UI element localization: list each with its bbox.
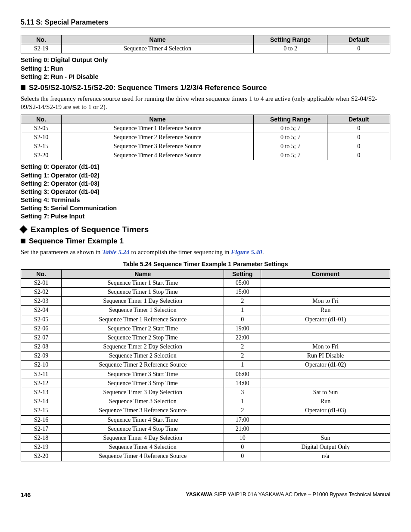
table-cell: 0 to 5; 7 <box>253 124 327 133</box>
table-cell: 1 <box>224 361 261 370</box>
table-cell: 0 to 5; 7 <box>253 133 327 142</box>
table-cell: Sequence Timer 2 Reference Source <box>62 133 254 142</box>
table-row: S2-17Sequence Timer 4 Stop Time21:00 <box>21 424 390 433</box>
table-cell: Run PI Disable <box>261 352 390 361</box>
param-table-3: No. Name Setting Comment S2-01Sequence T… <box>21 269 390 461</box>
table-row: S2-08Sequence Timer 2 Day Selection2Mon … <box>21 342 390 352</box>
setting-line: Setting 0: Operator (d1-01) <box>21 163 390 171</box>
table-cell: 0 <box>327 151 390 160</box>
table-cell: 0 to 5; 7 <box>253 151 327 160</box>
t2-h2: Setting Range <box>253 115 327 124</box>
settings-block-2: Setting 0: Operator (d1-01)Setting 1: Op… <box>21 163 390 220</box>
table-cell: 14:00 <box>224 379 261 388</box>
table-cell: 19:00 <box>224 324 261 333</box>
link-figure-540[interactable]: Figure 5.40 <box>231 249 262 255</box>
table-cell: Sequence Timer 4 Stop Time <box>62 424 224 433</box>
link-table-524[interactable]: Table 5.24 <box>102 249 130 255</box>
table-cell: S2-13 <box>21 388 62 397</box>
table-cell <box>261 415 390 424</box>
table-cell: Sequence Timer 1 Day Selection <box>62 297 224 306</box>
table-cell: S2-08 <box>21 342 62 352</box>
table-cell: S2-04 <box>21 306 62 315</box>
t1-h1: Name <box>62 35 254 44</box>
table-cell: 0 <box>327 142 390 151</box>
table-row: S2-18Sequence Timer 4 Day Selection10Sun <box>21 433 390 442</box>
setting-line: Setting 4: Terminals <box>21 196 390 204</box>
table-cell: Sequence Timer 4 Selection <box>62 443 224 452</box>
table-cell: n/a <box>261 452 390 461</box>
table-cell: S2-10 <box>21 361 62 370</box>
table-cell: 2 <box>224 406 261 415</box>
table-row: S2-05Sequence Timer 1 Reference Source0O… <box>21 315 390 324</box>
table-cell: S2-05 <box>21 315 62 324</box>
t1-h2: Setting Range <box>253 35 327 44</box>
heading-examples: Examples of Sequence Timers <box>21 224 390 235</box>
table-cell: S2-18 <box>21 433 62 442</box>
t3-h3: Comment <box>261 269 390 278</box>
t1-h0: No. <box>21 35 62 44</box>
table-cell: Sequence Timer 4 Selection <box>62 44 254 53</box>
table-cell: 0 to 5; 7 <box>253 142 327 151</box>
table-cell: Sequence Timer 4 Start Time <box>62 415 224 424</box>
table-cell: Operator (d1-02) <box>261 361 390 370</box>
table-cell: Sequence Timer 1 Reference Source <box>62 315 224 324</box>
t2-h0: No. <box>21 115 62 124</box>
table-row: S2-10Sequence Timer 2 Reference Source0 … <box>21 133 390 142</box>
table-cell: 0 <box>327 44 390 53</box>
table-cell: 0 <box>327 124 390 133</box>
table-cell: 0 <box>224 452 261 461</box>
square-bullet-icon <box>21 85 25 90</box>
table-cell: 22:00 <box>224 333 261 342</box>
heading-ref-source: S2-05/S2-10/S2-15/S2-20: Sequence Timers… <box>21 83 390 92</box>
table-cell: Sun <box>261 433 390 442</box>
table-cell: Sequence Timer 3 Start Time <box>62 370 224 379</box>
table-cell: Run <box>261 306 390 315</box>
table-cell: 0 to 2 <box>253 44 327 53</box>
table-row: S2-07Sequence Timer 2 Stop Time22:00 <box>21 333 390 342</box>
t3-h1: Name <box>62 269 224 278</box>
setting-line: Setting 2: Run - PI Disable <box>21 73 390 81</box>
square-bullet-icon <box>21 239 25 243</box>
heading-example1-text: Sequence Timer Example 1 <box>29 237 124 245</box>
heading-examples-text: Examples of Sequence Timers <box>31 225 149 234</box>
table-cell: Sequence Timer 2 Reference Source <box>62 361 224 370</box>
table-cell: Sequence Timer 2 Selection <box>62 352 224 361</box>
table-cell <box>261 278 390 287</box>
table-cell: Mon to Fri <box>261 342 390 352</box>
table-cell: S2-14 <box>21 397 62 406</box>
table-cell: Sequence Timer 1 Stop Time <box>62 287 224 296</box>
table-cell: Sequence Timer 1 Selection <box>62 306 224 315</box>
table-cell: Operator (d1-03) <box>261 406 390 415</box>
table-row: S2-16Sequence Timer 4 Start Time17:00 <box>21 415 390 424</box>
para-post: . <box>262 249 264 255</box>
table-cell: Sequence Timer 2 Day Selection <box>62 342 224 352</box>
table-cell <box>261 379 390 388</box>
param-table-1: No. Name Setting Range Default S2-19Sequ… <box>21 35 390 53</box>
table-row: S2-14Sequence Timer 3 Selection1Run <box>21 397 390 406</box>
table-row: S2-15Sequence Timer 3 Reference Source2O… <box>21 406 390 415</box>
table-cell: S2-15 <box>21 142 62 151</box>
table-row: S2-06Sequence Timer 2 Start Time19:00 <box>21 324 390 333</box>
table-row: S2-02Sequence Timer 1 Stop Time15:00 <box>21 287 390 296</box>
table-cell: Run <box>261 397 390 406</box>
table-cell: S2-16 <box>21 415 62 424</box>
para-example1: Set the parameters as shown in Table 5.2… <box>21 248 390 256</box>
table-cell: 1 <box>224 397 261 406</box>
table-cell: S2-10 <box>21 133 62 142</box>
table-cell: S2-03 <box>21 297 62 306</box>
table-cell: Sequence Timer 1 Reference Source <box>62 124 254 133</box>
table-cell: 1 <box>224 306 261 315</box>
table-cell: S2-11 <box>21 370 62 379</box>
table-cell: Sequence Timer 4 Reference Source <box>62 452 224 461</box>
table-cell: S2-20 <box>21 151 62 160</box>
section-header: 5.11 S: Special Parameters <box>21 18 390 28</box>
table-cell: Sequence Timer 4 Reference Source <box>62 151 254 160</box>
table-row: S2-10Sequence Timer 2 Reference Source1O… <box>21 361 390 370</box>
param-table-2: No. Name Setting Range Default S2-05Sequ… <box>21 115 390 161</box>
page-number: 146 <box>21 492 31 499</box>
footer-right: YASKAWA SIEP YAIP1B 01A YASKAWA AC Drive… <box>186 492 390 499</box>
table-cell: S2-01 <box>21 278 62 287</box>
table-cell <box>261 424 390 433</box>
table-cell: 2 <box>224 342 261 352</box>
para-pre: Set the parameters as shown in <box>21 249 102 255</box>
